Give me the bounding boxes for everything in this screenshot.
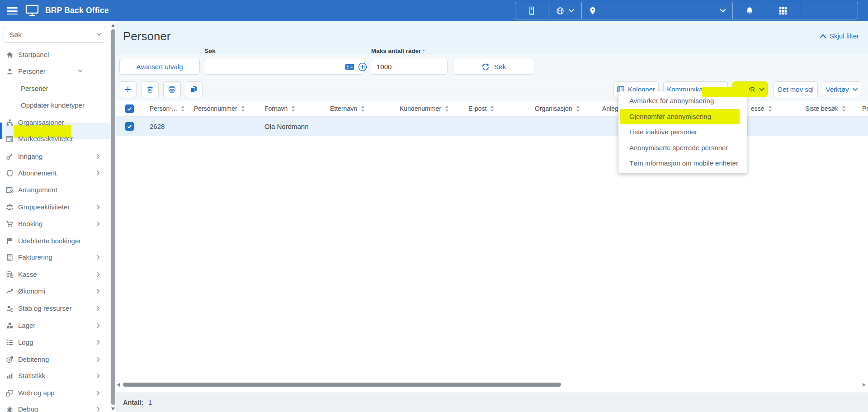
copy-button[interactable] [185,81,203,97]
chevron-right-icon [96,373,101,379]
app-title: BRP Back Office [45,6,109,15]
topbar: BRP Back Office [0,0,868,21]
bell-icon [745,6,754,15]
hide-filter-link[interactable]: Skjul filter [820,32,859,40]
scroll-right-arrow-icon[interactable] [863,383,866,387]
facility-select[interactable] [582,2,733,19]
chevron-right-icon [96,204,101,210]
select-all-checkbox[interactable] [125,104,134,113]
chevron-down-icon [759,88,764,91]
max-rows-input[interactable] [371,59,448,75]
column-header-siste-besok[interactable]: Siste besøk [805,105,846,112]
id-card-icon[interactable] [345,63,354,71]
sidebar-item-fakturering[interactable]: Fakturering [0,249,110,265]
chevron-right-icon [96,323,101,328]
calendar-clock-icon [6,186,14,194]
sidebar-item-personer-sub[interactable]: Personer [0,80,110,97]
scroll-left-arrow-icon[interactable] [117,383,120,387]
sidebar-item-web-og-app[interactable]: Web og app [0,384,110,401]
sidebar-item-gruppeaktiviteter[interactable]: Gruppeaktiviteter [0,199,110,215]
sidebar-item-arrangement[interactable]: Arrangement [0,181,110,198]
search-input[interactable] [204,59,365,75]
menu-item-gjennomfor[interactable]: Gjennomfør anonymisering [620,109,740,125]
sidebar-item-lager[interactable]: Lager [0,317,110,334]
sidebar-item-kasse[interactable]: Kasse [0,266,110,283]
sidebar-item-debug[interactable]: Debug [0,401,110,412]
sidebar-item-oppdater-kundetyper[interactable]: Oppdater kundetyper [0,97,110,114]
page-title: Personer [123,29,171,43]
trash-icon [146,86,154,93]
chevron-right-icon [96,272,101,277]
chevron-right-icon [96,340,101,345]
column-header-adresse-partial[interactable]: esse [751,105,772,112]
count-label: Antall: [123,399,143,406]
menu-item-tom-informasjon[interactable]: Tøm informasjon om mobile enheter [618,156,747,171]
column-header-fornavn[interactable]: Fornavn [264,105,295,112]
sidebar-scrollbar[interactable] [110,21,116,412]
sidebar-item-markedsaktiviteter[interactable]: Markedsaktiviteter [0,130,110,147]
scroll-down-arrow-icon[interactable] [111,407,115,411]
key-icon [6,152,14,160]
get-mov-sql-button[interactable]: Get mov sql [773,81,818,97]
search-input-icons [345,62,367,71]
shield-icon [6,169,14,177]
coins-icon [6,270,14,278]
menu-item-anonymiserte-sperrede[interactable]: Anonymiserte sperrede personer [618,140,747,156]
hamburger-menu-icon[interactable] [7,5,18,15]
column-header-kundenummer[interactable]: Kundenummer [400,105,449,112]
sidebar-item-stab-og-ressurser[interactable]: Stab og ressurser [0,300,110,317]
row-checkbox[interactable] [125,122,134,131]
table-row[interactable]: 2628 Ola Nordmann [116,117,868,136]
column-header-pr-clipped[interactable]: Pr [862,105,868,112]
sort-icon [842,106,846,112]
cell-person-id: 2628 [150,123,165,130]
globe-selector-button[interactable] [548,2,582,19]
plus-icon [124,86,132,93]
sidebar-item-udebiterte-bookinger[interactable]: Udebiterte bookinger [0,232,110,249]
refresh-icon [481,63,490,71]
delete-button[interactable] [141,81,159,97]
sidebar-item-logg[interactable]: Logg [0,334,110,350]
sidebar-item-personer[interactable]: Personer [0,63,110,80]
search-button[interactable]: Søk [453,59,534,75]
menu-item-liste-inaktive[interactable]: Liste inaktive personer [618,124,747,140]
column-header-organisasjon[interactable]: Organisasjon [535,105,580,112]
tools-button[interactable]: Verktøy [823,81,861,97]
chevron-down-icon [853,88,858,91]
chevron-down-icon [78,69,82,75]
kiosk-button[interactable] [515,2,548,19]
sidebar-item-organisasjoner[interactable]: Organisasjoner [0,114,110,131]
advanced-selection-button[interactable]: Avansert utvalg [119,59,200,75]
chevron-right-icon [96,357,101,362]
plus-circle-icon[interactable] [358,62,367,71]
sidebar-item-okonomi[interactable]: Økonomi [0,283,110,299]
horizontal-scrollbar[interactable] [116,382,868,388]
sidebar-item-booking[interactable]: Booking [0,215,110,232]
column-header-person-id[interactable]: Person-... [150,105,185,112]
people-group-icon [6,203,14,211]
scroll-up-arrow-icon[interactable] [111,24,115,27]
sidebar-item-debitering[interactable]: Debitering [0,351,110,368]
sidebar-search-select[interactable]: Søk [4,27,105,43]
column-header-etternavn[interactable]: Etternavn [330,105,365,112]
devices-icon [6,389,14,397]
scrollbar-thumb[interactable] [123,383,561,387]
sidebar-item-inngang[interactable]: Inngang [0,148,110,165]
apps-menu-button[interactable] [766,2,800,19]
required-marker: • [423,47,425,53]
scrollbar-thumb[interactable] [111,29,115,405]
notifications-button[interactable] [733,2,766,19]
add-button[interactable] [119,81,137,97]
sort-icon [768,106,772,112]
sidebar-item-abonnement[interactable]: Abonnement [0,165,110,181]
cart-icon [6,220,14,227]
copy-icon [190,85,198,93]
chevron-right-icon [96,407,101,412]
sidebar-item-statistikk[interactable]: Statistikk [0,367,110,384]
column-header-personnummer[interactable]: Personnummer [194,105,245,112]
column-header-epost[interactable]: E-post [468,105,494,112]
sidebar-item-startpanel[interactable]: Startpanel [0,46,110,63]
list-icon [6,338,14,346]
print-button[interactable] [163,81,181,97]
flag-icon [6,237,14,245]
